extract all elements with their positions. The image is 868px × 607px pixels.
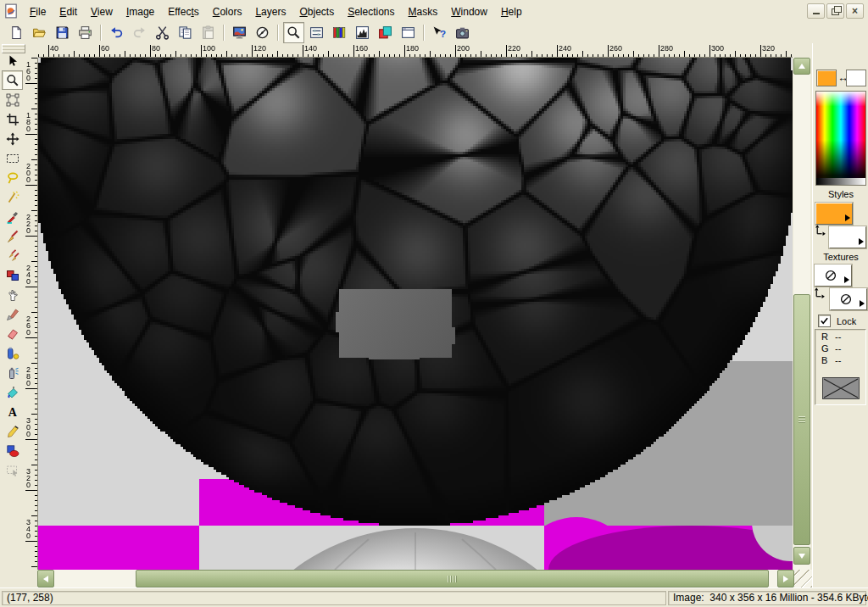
color-replacer-icon xyxy=(6,269,19,282)
resize-grip[interactable] xyxy=(794,570,812,588)
arrow-icon xyxy=(6,54,19,68)
up-arrow-icon xyxy=(798,64,805,69)
scroll-down-button[interactable] xyxy=(793,547,810,565)
zoom-toggle-button[interactable] xyxy=(283,22,304,43)
close-icon: × xyxy=(852,5,858,17)
tool-draw[interactable] xyxy=(2,421,23,441)
close-button[interactable]: × xyxy=(846,3,864,19)
tool-airbrush[interactable] xyxy=(2,363,23,382)
zoom-icon xyxy=(6,74,19,87)
tool-preset-shapes[interactable] xyxy=(2,441,23,460)
tool-crop[interactable] xyxy=(2,109,23,129)
rgb-row-r: R-- xyxy=(821,331,865,342)
paste-button[interactable] xyxy=(198,22,219,43)
minimize-button[interactable] xyxy=(807,3,825,19)
tool-selection[interactable] xyxy=(2,148,23,168)
tool-color-replacer[interactable] xyxy=(2,265,23,285)
open-button[interactable] xyxy=(29,22,50,43)
menu-objects[interactable]: Objects xyxy=(292,3,341,20)
horizontal-scroll-thumb[interactable] xyxy=(136,570,769,588)
null-texture-icon xyxy=(823,268,838,287)
tool-flood-fill[interactable] xyxy=(2,382,23,402)
new-button[interactable] xyxy=(6,22,27,43)
tool-zoom[interactable] xyxy=(2,70,23,90)
foreground-color-swatch[interactable] xyxy=(816,70,837,86)
menu-selections[interactable]: Selections xyxy=(341,3,401,20)
swap-styles-icon[interactable] xyxy=(814,224,827,237)
undo-button[interactable] xyxy=(106,22,127,43)
copy-button[interactable] xyxy=(175,22,196,43)
copy-icon xyxy=(178,25,192,40)
new-icon xyxy=(9,25,24,40)
menu-help[interactable]: Help xyxy=(494,3,529,20)
tool-freehand[interactable] xyxy=(2,168,23,187)
background-color-swatch[interactable] xyxy=(846,70,866,86)
lock-checkbox[interactable] xyxy=(818,315,831,327)
status-bar: (177, 258) Image: 340 x 356 x 16 Million… xyxy=(0,588,868,607)
flyout-triangle-icon xyxy=(845,214,850,221)
menu-colors[interactable]: Colors xyxy=(206,3,249,20)
app-icon xyxy=(3,3,19,19)
color-gradient-picker[interactable] xyxy=(815,91,866,186)
restore-button[interactable] xyxy=(826,3,844,19)
horizontal-scrollbar[interactable] xyxy=(37,570,812,588)
save-icon xyxy=(55,25,70,40)
tool-eraser[interactable] xyxy=(2,324,23,343)
redo-button[interactable] xyxy=(129,22,150,43)
tool-picture-tube[interactable] xyxy=(2,343,23,363)
current-color-null-swatch[interactable] xyxy=(822,377,860,399)
tool-options-button[interactable] xyxy=(306,22,327,43)
vertical-scroll-thumb[interactable] xyxy=(793,294,810,545)
layer-palette-button[interactable] xyxy=(375,22,396,43)
menu-view[interactable]: View xyxy=(84,3,120,20)
toolbar: ? xyxy=(0,21,868,44)
scroll-left-button[interactable] xyxy=(37,570,54,588)
foreground-texture-button[interactable] xyxy=(815,265,852,287)
horizontal-ruler xyxy=(38,43,793,58)
full-screen-preview-button[interactable] xyxy=(229,22,250,43)
retouch-icon xyxy=(6,288,19,302)
tool-palette: A xyxy=(2,51,24,480)
tool-clone-brush[interactable] xyxy=(2,246,23,265)
menu-effects[interactable]: Effects xyxy=(161,3,205,20)
menu-masks[interactable]: Masks xyxy=(402,3,445,20)
check-icon xyxy=(820,316,829,326)
tool-paintbrush[interactable] xyxy=(2,226,23,246)
tool-scratch-remover[interactable] xyxy=(2,304,23,324)
toolbar-separator xyxy=(100,25,102,41)
image-canvas[interactable] xyxy=(38,58,793,570)
background-style-button[interactable] xyxy=(829,226,866,248)
selection-icon xyxy=(6,152,19,165)
color-palette-button[interactable] xyxy=(329,22,350,43)
save-button[interactable] xyxy=(52,22,73,43)
scroll-right-button[interactable] xyxy=(777,570,794,588)
foreground-style-button[interactable] xyxy=(815,203,853,225)
menu-layers[interactable]: Layers xyxy=(248,3,292,20)
scroll-up-button[interactable] xyxy=(793,58,810,75)
airbrush-icon xyxy=(6,366,19,380)
cut-button[interactable] xyxy=(152,22,173,43)
tool-magic-wand[interactable] xyxy=(2,187,23,207)
capture-button[interactable] xyxy=(452,22,473,43)
tool-palette-button[interactable] xyxy=(398,22,419,43)
tool-dropper[interactable] xyxy=(2,207,23,226)
grayscale-strip[interactable] xyxy=(816,178,865,185)
swap-textures-icon[interactable] xyxy=(813,287,826,300)
menu-file[interactable]: File xyxy=(23,3,53,20)
menu-window[interactable]: Window xyxy=(444,3,494,20)
background-texture-button[interactable] xyxy=(830,288,867,310)
menu-edit[interactable]: Edit xyxy=(53,3,84,20)
print-button[interactable] xyxy=(75,22,96,43)
tool-mover[interactable] xyxy=(2,129,23,148)
help-button[interactable]: ? xyxy=(429,22,450,43)
histogram-button[interactable] xyxy=(352,22,373,43)
tool-object-selector[interactable] xyxy=(2,460,23,480)
tool-arrow[interactable] xyxy=(2,51,23,70)
vertical-scrollbar[interactable] xyxy=(793,58,810,570)
tool-deformation[interactable] xyxy=(2,90,23,109)
normal-viewing-button[interactable] xyxy=(252,22,273,43)
object-selector-icon xyxy=(6,464,19,477)
tool-text[interactable]: A xyxy=(2,402,23,421)
menu-image[interactable]: Image xyxy=(120,3,161,20)
tool-retouch[interactable] xyxy=(2,285,23,304)
